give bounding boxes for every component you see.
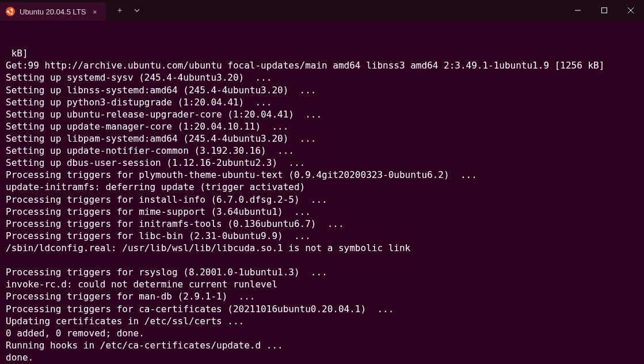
maximize-button[interactable]: [591, 0, 618, 21]
terminal-line: Processing triggers for install-info (6.…: [6, 194, 638, 206]
window-titlebar: Ubuntu 20.04.5 LTS ✕ ＋: [0, 0, 644, 21]
new-tab-button[interactable]: ＋: [112, 2, 128, 18]
minimize-button[interactable]: [565, 0, 591, 21]
terminal-line: Processing triggers for mime-support (3.…: [6, 206, 638, 218]
tab-title: Ubuntu 20.04.5 LTS: [20, 7, 86, 16]
terminal-line: Setting up python3-distupgrade (1:20.04.…: [6, 96, 638, 108]
terminal-line: /sbin/ldconfig.real: /usr/lib/wsl/lib/li…: [6, 242, 638, 254]
tab-actions: ＋: [112, 2, 145, 18]
terminal-line: Setting up libnss-systemd:amd64 (245.4-4…: [6, 84, 638, 96]
terminal-line: Setting up ubuntu-release-upgrader-core …: [6, 108, 638, 120]
terminal-line: Setting up dbus-user-session (1.12.16-2u…: [6, 157, 638, 169]
terminal-line: done.: [6, 351, 638, 363]
terminal-line: Processing triggers for man-db (2.9.1-1)…: [6, 290, 638, 302]
terminal-line: Processing triggers for ca-certificates …: [6, 303, 638, 315]
terminal-tab[interactable]: Ubuntu 20.04.5 LTS ✕: [0, 2, 106, 21]
terminal-line: Processing triggers for rsyslog (8.2001.…: [6, 266, 638, 278]
ubuntu-icon: [6, 7, 15, 16]
terminal-line: kB]: [6, 47, 638, 59]
tab-dropdown-button[interactable]: [129, 2, 145, 18]
tab-close-button[interactable]: ✕: [90, 7, 99, 17]
terminal-line: Setting up libpam-systemd:amd64 (245.4-4…: [6, 132, 638, 145]
terminal-output[interactable]: kB]Get:99 http://archive.ubuntu.com/ubun…: [0, 21, 644, 364]
terminal-line: Setting up update-notifier-common (3.192…: [6, 145, 638, 157]
svg-rect-5: [602, 8, 607, 13]
terminal-line: Setting up update-manager-core (1:20.04.…: [6, 120, 638, 132]
close-button[interactable]: [618, 0, 644, 21]
terminal-line: Setting up systemd-sysv (245.4-4ubuntu3.…: [6, 71, 638, 84]
terminal-line: Get:99 http://archive.ubuntu.com/ubuntu …: [6, 59, 638, 71]
terminal-line: 0 added, 0 removed; done.: [6, 327, 638, 339]
terminal-line: Running hooks in /etc/ca-certificates/up…: [6, 339, 638, 351]
terminal-line: Processing triggers for initramfs-tools …: [6, 218, 638, 230]
terminal-line: Processing triggers for libc-bin (2.31-0…: [6, 230, 638, 242]
terminal-line: Processing triggers for plymouth-theme-u…: [6, 169, 638, 181]
svg-point-3: [11, 13, 13, 14]
terminal-line: invoke-rc.d: could not determine current…: [6, 278, 638, 290]
window-controls: [565, 0, 644, 21]
terminal-line: update-initramfs: deferring update (trig…: [6, 181, 638, 193]
terminal-line: Updating certificates in /etc/ssl/certs …: [6, 315, 638, 327]
terminal-line: [6, 254, 638, 266]
